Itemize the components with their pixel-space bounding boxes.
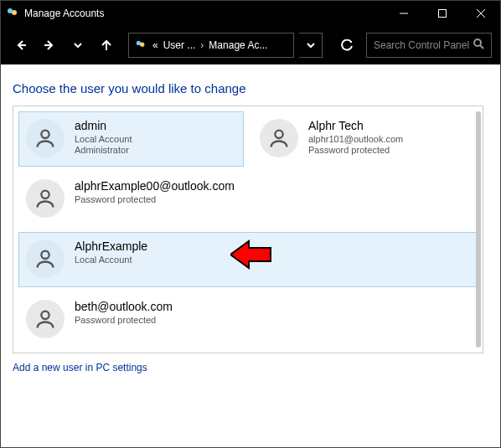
add-user-link[interactable]: Add a new user in PC settings — [13, 362, 147, 373]
account-tile[interactable]: alphrExample00@outlook.comPassword prote… — [18, 172, 478, 227]
back-button[interactable] — [9, 33, 33, 57]
account-subtext: Password protected — [75, 194, 235, 206]
account-subtext: Local Account — [75, 255, 147, 266]
breadcrumb-part1: User ... — [163, 39, 196, 51]
account-tile[interactable]: Alphr Techalphr101@outlook.comPassword p… — [252, 111, 478, 167]
account-subtext: Password protected — [308, 145, 403, 157]
avatar — [26, 119, 65, 157]
users-icon — [6, 7, 19, 20]
search-placeholder: Search Control Panel — [374, 39, 469, 51]
account-subtext: Local Account — [75, 134, 132, 146]
account-meta: AlphrExampleLocal Account — [75, 239, 147, 265]
close-button[interactable] — [462, 1, 500, 26]
svg-point-1 — [12, 10, 17, 15]
avatar — [260, 119, 298, 157]
account-tile[interactable]: adminLocal AccountAdministrator — [18, 111, 244, 167]
account-name: beth@outlook.com — [75, 300, 173, 315]
account-meta: Alphr Techalphr101@outlook.comPassword p… — [308, 119, 403, 157]
window-title: Manage Accounts — [24, 8, 104, 19]
svg-point-13 — [41, 131, 49, 138]
svg-point-16 — [41, 251, 49, 259]
content-area: Choose the user you would like to change… — [1, 64, 500, 447]
breadcrumb-part2: Manage Ac... — [209, 39, 267, 51]
minimize-button[interactable] — [385, 1, 423, 26]
refresh-button[interactable] — [333, 33, 361, 58]
scrollbar[interactable] — [476, 111, 481, 348]
breadcrumb-dropdown[interactable] — [299, 33, 323, 58]
chevron-right-icon: › — [200, 39, 204, 51]
account-tile[interactable]: AlphrExampleLocal Account — [18, 232, 478, 287]
svg-point-14 — [275, 131, 282, 138]
account-subtext: Password protected — [75, 315, 173, 327]
svg-marker-17 — [230, 241, 271, 268]
search-icon — [473, 39, 484, 52]
account-meta: adminLocal AccountAdministrator — [75, 119, 132, 157]
account-subtext: alphr101@outlook.com — [308, 134, 403, 146]
account-meta: beth@outlook.comPassword protected — [75, 300, 173, 326]
search-input[interactable]: Search Control Panel — [366, 33, 492, 58]
account-name: alphrExample00@outlook.com — [75, 179, 235, 194]
account-meta: alphrExample00@outlook.comPassword prote… — [75, 179, 235, 205]
page-title: Choose the user you would like to change — [13, 81, 483, 95]
svg-point-11 — [474, 39, 481, 46]
users-icon — [134, 39, 147, 52]
maximize-button[interactable] — [423, 1, 462, 26]
breadcrumb[interactable]: « User ... › Manage Ac... — [128, 33, 294, 58]
account-subtext: Administrator — [75, 145, 132, 157]
recent-dropdown[interactable] — [66, 33, 90, 57]
svg-point-15 — [41, 191, 49, 198]
account-tile[interactable]: beth@outlook.comPassword protected — [18, 292, 478, 348]
avatar — [26, 300, 65, 338]
up-button[interactable] — [95, 33, 118, 57]
account-name: Alphr Tech — [308, 119, 403, 134]
pointer-arrow-icon — [230, 238, 272, 274]
svg-rect-3 — [439, 10, 447, 18]
forward-button[interactable] — [38, 33, 61, 57]
svg-point-18 — [41, 312, 49, 319]
avatar — [26, 239, 65, 278]
avatar — [26, 179, 65, 218]
accounts-panel: adminLocal AccountAdministratorAlphr Tec… — [13, 106, 483, 353]
svg-point-10 — [140, 43, 144, 47]
navbar: « User ... › Manage Ac... Search Control… — [1, 26, 500, 64]
titlebar: Manage Accounts — [1, 1, 500, 26]
account-name: admin — [75, 119, 132, 134]
svg-line-12 — [480, 45, 483, 49]
breadcrumb-prefix: « — [152, 39, 158, 51]
account-name: AlphrExample — [75, 239, 147, 255]
